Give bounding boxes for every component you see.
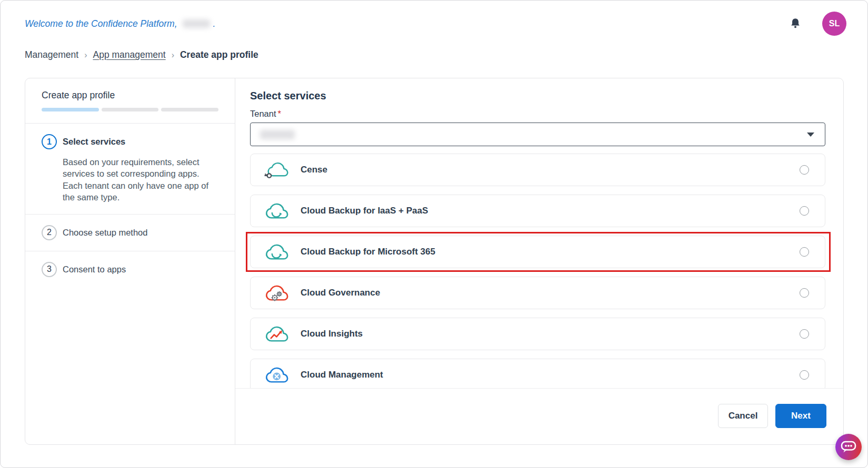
next-button[interactable]: Next [775, 404, 826, 428]
progress-segment-3 [161, 108, 218, 111]
wizard-footer: Cancel Next [235, 388, 843, 444]
breadcrumb-separator: › [172, 50, 174, 60]
wizard-sidebar: Create app profile 1Select servicesBased… [25, 78, 235, 444]
service-label: Cloud Backup for IaaS + PaaS [301, 206, 428, 216]
step-label: Choose setup method [63, 228, 147, 238]
welcome-message: Welcome to the Confidence Platform, . [25, 18, 215, 29]
service-label: Cloud Management [301, 370, 383, 380]
required-asterisk: * [278, 109, 281, 118]
cloud-backup-icon [264, 201, 289, 221]
service-row-cloud-insights[interactable]: Cloud Insights [250, 318, 825, 350]
breadcrumb-item-management[interactable]: Management [25, 49, 78, 60]
service-row-cloud-management[interactable]: Cloud Management [250, 359, 825, 388]
step-number-badge: 1 [42, 134, 57, 149]
wizard-steps: 1Select servicesBased on your requiremen… [25, 124, 235, 288]
main-content: Select services Tenant* CenseCloud Backu… [235, 78, 843, 388]
cloud-backup-icon [264, 242, 289, 262]
chevron-down-icon [807, 133, 814, 137]
breadcrumb-separator: › [84, 50, 87, 60]
step-label: Select services [63, 137, 125, 147]
service-radio-button[interactable] [800, 288, 809, 298]
service-row-cloud-governance[interactable]: Cloud Governance [250, 277, 825, 309]
app-window: Welcome to the Confidence Platform, . SL… [0, 0, 868, 468]
step-number-badge: 2 [42, 225, 57, 240]
step-number-badge: 3 [42, 262, 57, 277]
progress-segment-2 [102, 108, 159, 111]
service-radio-button[interactable] [800, 329, 809, 339]
wizard-title: Create app profile [42, 90, 218, 101]
wizard-progress-bar [42, 108, 218, 111]
wizard-header: Create app profile [25, 78, 235, 124]
service-row-cense[interactable]: Cense [250, 154, 825, 186]
welcome-period: . [213, 18, 216, 29]
service-radio-button[interactable] [800, 370, 809, 380]
page-title: Select services [250, 90, 825, 102]
tenant-field-label: Tenant* [250, 109, 825, 119]
tenant-select[interactable] [250, 123, 825, 146]
service-label: Cense [301, 165, 327, 175]
cloud-insights-icon [264, 324, 289, 344]
service-row-cloud-backup-for-microsoft-365[interactable]: Cloud Backup for Microsoft 365 [250, 236, 825, 268]
service-label: Cloud Governance [301, 288, 380, 298]
service-label: Cloud Insights [301, 329, 363, 339]
create-app-profile-card: Create app profile 1Select servicesBased… [25, 78, 844, 445]
step-description: Based on your requirements, select servi… [63, 156, 214, 204]
main-pane: Select services Tenant* CenseCloud Backu… [235, 78, 843, 444]
tenant-label-text: Tenant [250, 109, 276, 118]
service-label: Cloud Backup for Microsoft 365 [301, 247, 435, 257]
service-radio-button[interactable] [800, 165, 809, 175]
breadcrumb-item-app-management[interactable]: App management [93, 49, 165, 60]
cancel-button[interactable]: Cancel [718, 404, 768, 428]
service-row-cloud-backup-for-iaas-paas[interactable]: Cloud Backup for IaaS + PaaS [250, 195, 825, 227]
breadcrumb: Management›App management›Create app pro… [25, 49, 258, 60]
breadcrumb-item-create-app-profile: Create app profile [180, 49, 258, 60]
wizard-step-select-services: 1Select servicesBased on your requiremen… [25, 124, 235, 215]
cloud-management-icon [264, 365, 289, 385]
cloud-governance-icon [264, 283, 289, 303]
top-header: Welcome to the Confidence Platform, . SL [25, 12, 846, 35]
redacted-tenant-value [260, 130, 295, 139]
progress-segment-1 [42, 108, 99, 111]
service-list: CenseCloud Backup for IaaS + PaaSCloud B… [250, 154, 825, 388]
service-radio-button[interactable] [800, 247, 809, 257]
step-label: Consent to apps [63, 264, 126, 274]
wizard-step-choose-setup-method: 2Choose setup method [25, 215, 235, 251]
redacted-username [183, 19, 210, 28]
service-radio-button[interactable] [800, 206, 809, 216]
cense-cloud-key-icon [264, 160, 289, 180]
wizard-step-consent-to-apps: 3Consent to apps [25, 251, 235, 288]
welcome-text: Welcome to the Confidence Platform, [25, 18, 177, 29]
chat-support-button[interactable] [835, 434, 862, 460]
user-avatar[interactable]: SL [822, 12, 846, 36]
notification-bell-icon[interactable] [789, 17, 802, 30]
chat-bubble-icon [840, 439, 857, 455]
header-actions: SL [789, 12, 846, 36]
